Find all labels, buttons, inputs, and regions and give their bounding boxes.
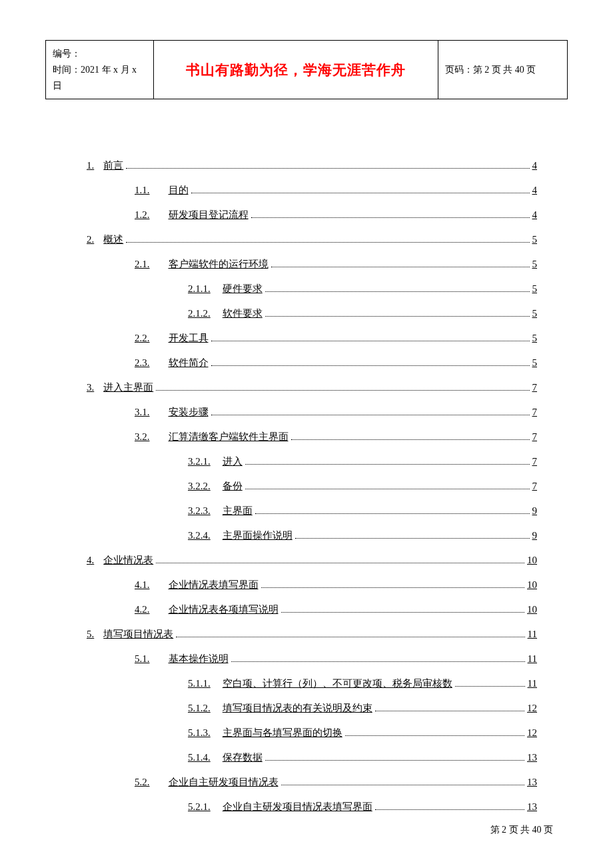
toc-entry-title: 主界面操作说明 [223, 529, 293, 542]
toc-entry[interactable]: 3.2.汇算清缴客户端软件主界面7 [87, 431, 537, 443]
toc-entry[interactable]: 5.1.4.保存数据13 [87, 751, 537, 764]
toc-entry-number: 5.1. [111, 653, 150, 665]
toc-entry-number: 4.1. [111, 579, 150, 591]
toc-entry-title: 主界面与各填写界面的切换 [223, 727, 342, 739]
toc-entry-page: 7 [532, 481, 538, 492]
toc-entry[interactable]: 4.1.企业情况表填写界面10 [87, 579, 537, 591]
toc-entry-number: 2.1. [111, 259, 150, 270]
toc-entry[interactable]: 5.1.1.空白项、计算行（列）、不可更改项、税务局审核数11 [87, 677, 537, 690]
toc-entry[interactable]: 2.1.客户端软件的运行环境5 [87, 258, 537, 271]
toc-entry-page: 5 [532, 357, 538, 369]
toc-entry-page: 5 [532, 308, 538, 319]
toc-entry[interactable]: 3.2.2.备份7 [87, 480, 537, 493]
toc-entry-title: 主界面 [223, 505, 253, 517]
toc-leader-dots [251, 217, 530, 218]
toc-entry-page: 11 [528, 653, 537, 665]
toc-leader-dots [455, 686, 525, 687]
toc-entry[interactable]: 2.1.2.软件要求5 [87, 307, 537, 320]
toc-entry[interactable]: 4.2.企业情况表各项填写说明10 [87, 603, 537, 616]
toc-entry-number: 5.2.1. [137, 801, 211, 813]
toc-entry[interactable]: 1.2.研发项目登记流程4 [87, 209, 537, 221]
toc-entry-page: 5 [532, 234, 538, 245]
toc-leader-dots [211, 415, 530, 415]
toc-entry-number: 3.2.1. [137, 456, 211, 467]
toc-entry[interactable]: 5.2.企业自主研发项目情况表13 [87, 776, 537, 789]
toc-entry[interactable]: 5.1.基本操作说明11 [87, 653, 537, 665]
toc-entry[interactable]: 3.进入主界面7 [87, 381, 537, 394]
toc-entry-number: 3.2.2. [137, 481, 211, 492]
toc-leader-dots [211, 341, 530, 341]
toc-leader-dots [156, 390, 529, 391]
toc-entry-number: 4. [87, 555, 94, 566]
header-pageinfo-cell: 页码：第 2 页 共 40 页 [438, 41, 567, 99]
toc-entry[interactable]: 2.3.软件简介5 [87, 357, 537, 369]
toc-leader-dots [245, 489, 530, 489]
toc-entry[interactable]: 5.1.3.主界面与各填写界面的切换12 [87, 727, 537, 739]
toc-entry-page: 13 [527, 801, 537, 813]
toc-entry-title: 硬件要求 [223, 283, 263, 295]
toc-entry-title: 企业自主研发项目情况表 [169, 776, 279, 789]
toc-leader-dots [126, 168, 529, 169]
toc-entry-title: 企业情况表填写界面 [169, 579, 259, 591]
toc-entry-title: 概述 [103, 233, 123, 246]
toc-entry[interactable]: 2.1.1.硬件要求5 [87, 283, 537, 295]
toc-entry-number: 3.1. [111, 407, 150, 418]
toc-entry[interactable]: 2.概述5 [87, 233, 537, 246]
toc-entry[interactable]: 3.1.安装步骤7 [87, 406, 537, 419]
toc-entry-page: 12 [527, 727, 537, 739]
toc-leader-dots [265, 316, 530, 317]
toc-entry[interactable]: 5.2.1.企业自主研发项目情况表填写界面13 [87, 801, 537, 813]
toc-entry-page: 9 [532, 505, 538, 517]
toc-entry[interactable]: 4.企业情况表10 [87, 554, 537, 567]
toc-leader-dots [345, 735, 524, 736]
toc-entry[interactable]: 5.1.2.填写项目情况表的有关说明及约束12 [87, 702, 537, 715]
toc-entry-number: 3.2. [111, 431, 150, 443]
toc-entry[interactable]: 3.2.1.进入7 [87, 455, 537, 468]
toc-entry[interactable]: 3.2.4.主界面操作说明9 [87, 529, 537, 542]
toc-entry-number: 1.1. [111, 185, 150, 196]
toc-entry-page: 13 [527, 752, 537, 763]
toc-entry-number: 1. [87, 160, 94, 171]
toc-entry[interactable]: 2.2.开发工具5 [87, 332, 537, 345]
toc-entry-number: 4.2. [111, 604, 150, 615]
toc-entry-title: 企业情况表 [103, 554, 153, 567]
toc-entry-page: 5 [532, 259, 538, 270]
toc-leader-dots [211, 365, 530, 366]
toc-entry-title: 软件要求 [223, 307, 263, 320]
toc-entry-title: 安装步骤 [169, 406, 209, 419]
toc-entry[interactable]: 3.2.3.主界面9 [87, 505, 537, 517]
toc-entry[interactable]: 1.1.目的4 [87, 184, 537, 197]
header-left-cell: 编号： 时间：2021 年 x 月 x 日 [46, 41, 154, 99]
toc-entry-title: 进入 [223, 455, 243, 468]
toc-entry-page: 10 [527, 604, 537, 615]
toc-leader-dots [176, 637, 524, 637]
toc-entry-page: 12 [527, 703, 537, 714]
toc-entry-page: 7 [532, 407, 538, 418]
toc-entry-page: 4 [532, 209, 538, 221]
table-of-contents: 1.前言41.1.目的41.2.研发项目登记流程42.概述52.1.客户端软件的… [45, 159, 568, 813]
toc-entry-page: 10 [527, 579, 537, 591]
toc-leader-dots [271, 267, 530, 267]
toc-leader-dots [261, 587, 525, 588]
toc-entry-page: 7 [532, 456, 538, 467]
toc-leader-dots [295, 538, 530, 539]
toc-entry-title: 填写项目情况表 [103, 628, 173, 641]
toc-entry-number: 2.1.2. [137, 308, 211, 319]
toc-leader-dots [265, 760, 524, 761]
toc-entry-title: 客户端软件的运行环境 [169, 258, 269, 271]
toc-entry-title: 保存数据 [223, 751, 263, 764]
toc-entry-title: 开发工具 [169, 332, 209, 345]
toc-entry-number: 5.2. [111, 777, 150, 788]
motto-text: 书山有路勤为径，学海无涯苦作舟 [186, 62, 406, 78]
page-header: 编号： 时间：2021 年 x 月 x 日 书山有路勤为径，学海无涯苦作舟 页码… [45, 40, 568, 99]
toc-entry-title: 进入主界面 [103, 381, 153, 394]
toc-entry-title: 空白项、计算行（列）、不可更改项、税务局审核数 [223, 677, 452, 690]
toc-entry-number: 5.1.2. [137, 703, 211, 714]
toc-leader-dots [265, 291, 530, 292]
toc-entry-page: 9 [532, 530, 538, 541]
toc-entry-title: 基本操作说明 [169, 653, 229, 665]
toc-entry[interactable]: 5.填写项目情况表11 [87, 628, 537, 641]
toc-entry[interactable]: 1.前言4 [87, 159, 537, 172]
toc-leader-dots [375, 711, 524, 711]
toc-entry-title: 企业情况表各项填写说明 [169, 603, 279, 616]
